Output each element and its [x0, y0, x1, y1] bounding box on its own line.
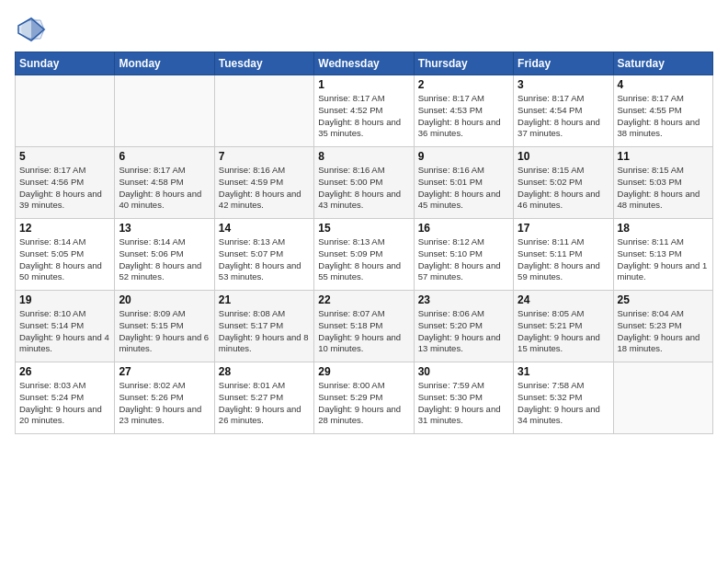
day-number: 29 [318, 365, 409, 378]
day-info: Sunrise: 7:59 AM Sunset: 5:30 PM Dayligh… [418, 380, 509, 427]
day-number: 13 [119, 222, 210, 235]
day-number: 19 [19, 293, 110, 306]
calendar-cell [613, 362, 712, 434]
day-info: Sunrise: 8:14 AM Sunset: 5:06 PM Dayligh… [119, 236, 210, 283]
calendar-cell: 25Sunrise: 8:04 AM Sunset: 5:23 PM Dayli… [613, 291, 712, 362]
calendar-week-row: 1Sunrise: 8:17 AM Sunset: 4:52 PM Daylig… [16, 75, 713, 147]
logo [15, 13, 51, 46]
calendar-cell: 16Sunrise: 8:12 AM Sunset: 5:10 PM Dayli… [414, 219, 513, 291]
day-info: Sunrise: 8:17 AM Sunset: 4:52 PM Dayligh… [318, 93, 409, 140]
calendar-cell: 7Sunrise: 8:16 AM Sunset: 4:59 PM Daylig… [214, 147, 313, 219]
day-number: 23 [418, 293, 509, 306]
calendar-cell: 10Sunrise: 8:15 AM Sunset: 5:02 PM Dayli… [514, 147, 613, 219]
calendar-cell: 8Sunrise: 8:16 AM Sunset: 5:00 PM Daylig… [314, 147, 414, 219]
calendar-cell: 14Sunrise: 8:13 AM Sunset: 5:07 PM Dayli… [214, 219, 313, 291]
day-info: Sunrise: 8:16 AM Sunset: 4:59 PM Dayligh… [219, 165, 310, 212]
day-number: 26 [19, 365, 110, 378]
day-info: Sunrise: 8:16 AM Sunset: 5:01 PM Dayligh… [418, 165, 509, 212]
day-number: 17 [518, 222, 609, 235]
day-info: Sunrise: 8:07 AM Sunset: 5:18 PM Dayligh… [318, 308, 409, 355]
calendar-cell [16, 75, 115, 147]
weekday-header: Wednesday [314, 52, 414, 75]
weekday-header: Tuesday [214, 52, 313, 75]
calendar-cell: 30Sunrise: 7:59 AM Sunset: 5:30 PM Dayli… [414, 362, 513, 434]
day-info: Sunrise: 8:09 AM Sunset: 5:15 PM Dayligh… [119, 308, 210, 355]
day-info: Sunrise: 8:11 AM Sunset: 5:13 PM Dayligh… [618, 236, 709, 283]
calendar-cell: 28Sunrise: 8:01 AM Sunset: 5:27 PM Dayli… [214, 362, 313, 434]
weekday-header: Monday [115, 52, 214, 75]
day-number: 25 [618, 293, 709, 306]
calendar-cell: 23Sunrise: 8:06 AM Sunset: 5:20 PM Dayli… [414, 291, 513, 362]
calendar-cell: 22Sunrise: 8:07 AM Sunset: 5:18 PM Dayli… [314, 291, 414, 362]
calendar-week-row: 5Sunrise: 8:17 AM Sunset: 4:56 PM Daylig… [16, 147, 713, 219]
day-number: 21 [219, 293, 310, 306]
calendar-cell: 12Sunrise: 8:14 AM Sunset: 5:05 PM Dayli… [16, 219, 115, 291]
day-info: Sunrise: 8:17 AM Sunset: 4:53 PM Dayligh… [418, 93, 509, 140]
day-info: Sunrise: 8:17 AM Sunset: 4:56 PM Dayligh… [19, 165, 110, 212]
calendar-cell: 2Sunrise: 8:17 AM Sunset: 4:53 PM Daylig… [414, 75, 513, 147]
day-number: 18 [618, 222, 709, 235]
day-info: Sunrise: 8:01 AM Sunset: 5:27 PM Dayligh… [219, 380, 310, 427]
calendar-cell: 26Sunrise: 8:03 AM Sunset: 5:24 PM Dayli… [16, 362, 115, 434]
day-info: Sunrise: 8:15 AM Sunset: 5:02 PM Dayligh… [518, 165, 609, 212]
day-info: Sunrise: 8:17 AM Sunset: 4:55 PM Dayligh… [618, 93, 709, 140]
calendar-week-row: 19Sunrise: 8:10 AM Sunset: 5:14 PM Dayli… [16, 291, 713, 362]
day-info: Sunrise: 8:15 AM Sunset: 5:03 PM Dayligh… [618, 165, 709, 212]
weekday-header-row: SundayMondayTuesdayWednesdayThursdayFrid… [16, 52, 713, 75]
day-number: 27 [119, 365, 210, 378]
calendar-cell: 11Sunrise: 8:15 AM Sunset: 5:03 PM Dayli… [613, 147, 712, 219]
day-number: 20 [119, 293, 210, 306]
day-info: Sunrise: 8:12 AM Sunset: 5:10 PM Dayligh… [418, 236, 509, 283]
day-number: 2 [418, 78, 509, 91]
day-number: 31 [518, 365, 609, 378]
calendar-cell: 3Sunrise: 8:17 AM Sunset: 4:54 PM Daylig… [514, 75, 613, 147]
day-info: Sunrise: 8:16 AM Sunset: 5:00 PM Dayligh… [318, 165, 409, 212]
day-number: 4 [618, 78, 709, 91]
day-number: 22 [318, 293, 409, 306]
day-number: 3 [518, 78, 609, 91]
day-info: Sunrise: 8:00 AM Sunset: 5:29 PM Dayligh… [318, 380, 409, 427]
day-info: Sunrise: 8:04 AM Sunset: 5:23 PM Dayligh… [618, 308, 709, 355]
weekday-header: Saturday [613, 52, 712, 75]
day-number: 5 [19, 150, 110, 163]
calendar-cell: 6Sunrise: 8:17 AM Sunset: 4:58 PM Daylig… [115, 147, 214, 219]
header [15, 9, 713, 46]
day-number: 11 [618, 150, 709, 163]
calendar-week-row: 12Sunrise: 8:14 AM Sunset: 5:05 PM Dayli… [16, 219, 713, 291]
calendar-cell: 20Sunrise: 8:09 AM Sunset: 5:15 PM Dayli… [115, 291, 214, 362]
day-info: Sunrise: 8:03 AM Sunset: 5:24 PM Dayligh… [19, 380, 110, 427]
day-number: 12 [19, 222, 110, 235]
day-number: 28 [219, 365, 310, 378]
weekday-header: Thursday [414, 52, 513, 75]
calendar-cell: 21Sunrise: 8:08 AM Sunset: 5:17 PM Dayli… [214, 291, 313, 362]
weekday-header: Sunday [16, 52, 115, 75]
calendar-cell [115, 75, 214, 147]
day-info: Sunrise: 8:13 AM Sunset: 5:09 PM Dayligh… [318, 236, 409, 283]
day-number: 8 [318, 150, 409, 163]
calendar-table: SundayMondayTuesdayWednesdayThursdayFrid… [15, 52, 713, 434]
calendar-cell: 31Sunrise: 7:58 AM Sunset: 5:32 PM Dayli… [514, 362, 613, 434]
day-number: 15 [318, 222, 409, 235]
day-info: Sunrise: 8:17 AM Sunset: 4:54 PM Dayligh… [518, 93, 609, 140]
weekday-header: Friday [514, 52, 613, 75]
calendar-week-row: 26Sunrise: 8:03 AM Sunset: 5:24 PM Dayli… [16, 362, 713, 434]
calendar-cell: 5Sunrise: 8:17 AM Sunset: 4:56 PM Daylig… [16, 147, 115, 219]
day-info: Sunrise: 8:17 AM Sunset: 4:58 PM Dayligh… [119, 165, 210, 212]
day-number: 16 [418, 222, 509, 235]
day-info: Sunrise: 8:13 AM Sunset: 5:07 PM Dayligh… [219, 236, 310, 283]
calendar-cell: 19Sunrise: 8:10 AM Sunset: 5:14 PM Dayli… [16, 291, 115, 362]
day-number: 10 [518, 150, 609, 163]
day-number: 9 [418, 150, 509, 163]
calendar-cell: 4Sunrise: 8:17 AM Sunset: 4:55 PM Daylig… [613, 75, 712, 147]
calendar-cell: 9Sunrise: 8:16 AM Sunset: 5:01 PM Daylig… [414, 147, 513, 219]
calendar-cell: 17Sunrise: 8:11 AM Sunset: 5:11 PM Dayli… [514, 219, 613, 291]
calendar-cell: 1Sunrise: 8:17 AM Sunset: 4:52 PM Daylig… [314, 75, 414, 147]
day-info: Sunrise: 8:06 AM Sunset: 5:20 PM Dayligh… [418, 308, 509, 355]
day-number: 1 [318, 78, 409, 91]
calendar-cell: 18Sunrise: 8:11 AM Sunset: 5:13 PM Dayli… [613, 219, 712, 291]
day-info: Sunrise: 8:05 AM Sunset: 5:21 PM Dayligh… [518, 308, 609, 355]
day-number: 6 [119, 150, 210, 163]
calendar-cell: 29Sunrise: 8:00 AM Sunset: 5:29 PM Dayli… [314, 362, 414, 434]
day-number: 24 [518, 293, 609, 306]
calendar-cell: 24Sunrise: 8:05 AM Sunset: 5:21 PM Dayli… [514, 291, 613, 362]
